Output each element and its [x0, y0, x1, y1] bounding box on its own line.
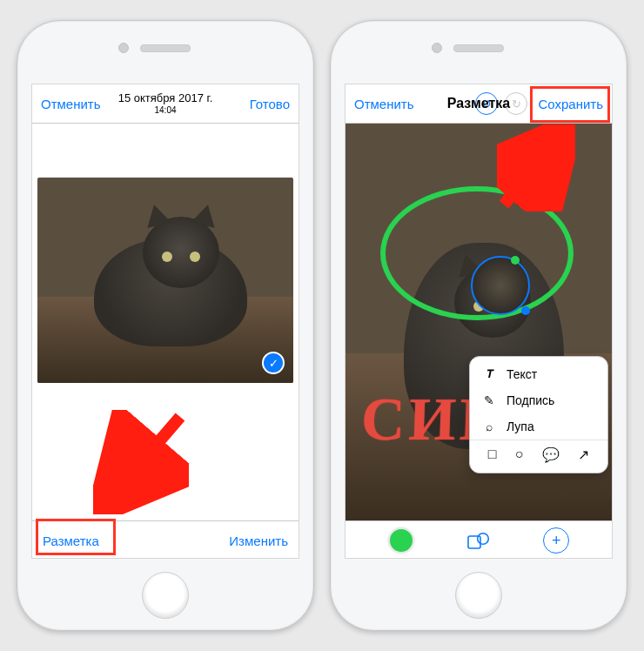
navbar-title: 15 октября 2017 г. 14:04 — [118, 92, 213, 114]
shape-style-button[interactable] — [467, 532, 490, 549]
red-arrow-icon — [93, 410, 189, 514]
screen-right: Отменить Разметка ↺ ↻ Сохранить — [345, 84, 613, 559]
shape-square-button[interactable]: □ — [488, 446, 497, 463]
menu-label: Подпись — [506, 393, 554, 407]
photo-date: 15 октября 2017 г. — [118, 92, 213, 104]
earpiece-speaker — [140, 44, 191, 52]
svg-point-2 — [478, 534, 489, 545]
screen-left: Отменить 15 октября 2017 г. 14:04 Готово… — [31, 84, 299, 559]
home-button[interactable] — [455, 572, 502, 619]
menu-label: Лупа — [506, 419, 534, 433]
signature-tool-icon: ✎ — [480, 393, 498, 407]
earpiece-speaker — [453, 44, 504, 52]
photo-time: 14:04 — [118, 105, 213, 115]
highlight-markup-button — [36, 519, 116, 555]
done-button[interactable]: Готово — [250, 97, 290, 111]
comparison-stage: Отменить 15 октября 2017 г. 14:04 Готово… — [0, 0, 644, 651]
add-annotation-menu: 𝙏 Текст ✎ Подпись ⌕ Лупа — [469, 356, 608, 473]
front-camera — [432, 43, 442, 53]
svg-line-3 — [504, 133, 565, 205]
cancel-button[interactable]: Отменить — [354, 97, 414, 111]
navbar-title: Разметка — [447, 96, 510, 111]
menu-item-signature[interactable]: ✎ Подпись — [470, 387, 607, 413]
svg-line-0 — [105, 417, 180, 504]
front-camera — [118, 43, 129, 53]
home-button[interactable] — [142, 572, 189, 619]
iphone-device-right: Отменить Разметка ↺ ↻ Сохранить — [330, 20, 627, 631]
iphone-device-left: Отменить 15 октября 2017 г. 14:04 Готово… — [17, 20, 314, 631]
color-picker-button[interactable] — [388, 527, 414, 554]
shape-circle-button[interactable]: ○ — [515, 446, 524, 463]
add-annotation-button[interactable]: + — [543, 527, 569, 554]
cancel-button[interactable]: Отменить — [41, 97, 101, 111]
magnifier-tool-icon: ⌕ — [480, 419, 498, 433]
menu-item-text[interactable]: 𝙏 Текст — [470, 360, 607, 387]
menu-shape-row: □ ○ 💬 ↗ — [470, 440, 607, 469]
menu-label: Текст — [506, 367, 537, 381]
highlight-save-button — [530, 86, 610, 123]
red-arrow-icon — [497, 124, 575, 211]
photo-preview[interactable]: ✓ — [37, 178, 293, 383]
markup-magnifier-annotation[interactable] — [471, 256, 530, 315]
magnifier-zoom-handle[interactable] — [511, 256, 520, 265]
edit-button[interactable]: Изменить — [229, 534, 288, 548]
shape-arrow-button[interactable]: ↗ — [578, 446, 589, 463]
magnifier-resize-handle[interactable] — [521, 306, 530, 315]
text-tool-icon: 𝙏 — [480, 366, 498, 381]
selected-check-icon: ✓ — [262, 352, 285, 374]
menu-item-magnifier[interactable]: ⌕ Лупа — [470, 413, 607, 440]
navbar-left: Отменить 15 октября 2017 г. 14:04 Готово — [32, 84, 299, 124]
shape-bubble-button[interactable]: 💬 — [542, 446, 560, 463]
markup-toolbar: + — [345, 520, 612, 559]
